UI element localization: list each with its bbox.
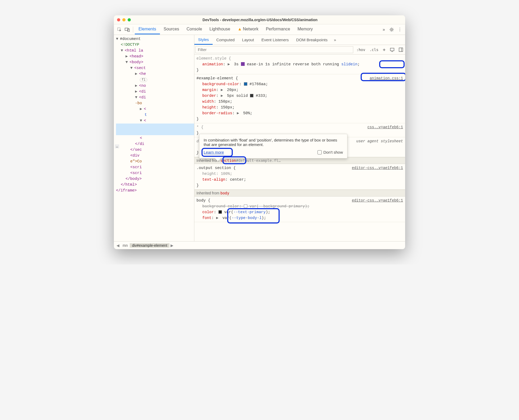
breadcrumb-item[interactable]: mn (120, 243, 130, 248)
breadcrumb-selected[interactable]: div#example-element (130, 243, 169, 248)
main-toolbar: Elements Sources Console Lighthouse ▲Net… (114, 24, 405, 35)
styles-body: element.style { animation: ▶ 3s ease-in … (194, 54, 405, 241)
dom-child1[interactable]: < (144, 107, 146, 111)
source-link-editor-css-2[interactable]: editor-css.…v=ae1feb6:1 (352, 198, 403, 203)
rule-element-style[interactable]: element.style { animation: ▶ 3s ease-in … (194, 54, 405, 74)
color-swatch-icon[interactable] (250, 94, 253, 97)
dom-div2[interactable]: <di (139, 95, 146, 99)
source-link-editor-css[interactable]: editor-css.…v=ae1feb6:1 (352, 165, 403, 171)
svg-point-3 (391, 29, 392, 30)
panel-toggle-icon[interactable] (397, 48, 405, 52)
device-icon[interactable] (123, 26, 131, 34)
subtab-event-listeners[interactable]: Event Listeners (258, 35, 292, 44)
animation-name-link[interactable]: slidein (341, 62, 357, 66)
dom-tree-panel: ▼#document <!DOCTYP ▼<html la ▶<head> ▼<… (114, 35, 194, 241)
rule-body[interactable]: editor-css.…v=ae1feb6:1 body { backgroun… (194, 197, 405, 222)
dom-selected-row[interactable] (116, 124, 194, 135)
main-tabs: Elements Sources Console Lighthouse ▲Net… (135, 25, 316, 34)
css-property-tooltip: In combination with 'float' and 'positio… (199, 134, 347, 158)
traffic-lights (117, 18, 131, 21)
breadcrumb-right-icon[interactable]: ▶ (169, 243, 175, 248)
color-swatch-icon[interactable] (244, 204, 247, 208)
inherited-tag-section[interactable]: section (220, 158, 236, 163)
dom-header[interactable]: <he (139, 72, 146, 76)
styles-subtabs: Styles Computed Layout Event Listeners D… (194, 35, 405, 45)
css-var-text-primary[interactable]: --text-primary (233, 210, 266, 214)
settings-icon[interactable] (387, 27, 396, 32)
subtab-dom-breakpoints[interactable]: DOM Breakpoints (293, 35, 331, 44)
inherited-from-body: Inherited from body (194, 190, 405, 197)
dom-badge[interactable]: fl (140, 78, 147, 82)
expand-icon[interactable]: ▶ (221, 93, 224, 99)
color-swatch-icon[interactable] (244, 82, 247, 86)
dom-script2[interactable]: <scri (130, 171, 142, 175)
source-link-css[interactable]: css.…v=ae1feb6:1 (368, 124, 403, 130)
dom-section[interactable]: <sect (134, 66, 146, 70)
dom-breadcrumb: ◀ mn div#example-element ▶ (114, 241, 405, 249)
dom-attr-bo[interactable]: -bo (135, 101, 142, 105)
dom-html[interactable]: <html la (125, 48, 143, 53)
styles-panel: Styles Computed Layout Event Listeners D… (194, 35, 405, 241)
tab-memory[interactable]: Memory (294, 25, 317, 34)
color-swatch-icon[interactable] (218, 210, 222, 214)
subtab-more-icon[interactable]: » (331, 38, 339, 42)
dom-div1[interactable]: <di (139, 89, 146, 94)
dom-ellipsis[interactable]: … (115, 144, 119, 148)
filter-bar: :hov .cls + (194, 45, 405, 54)
learn-more-link[interactable]: Learn more (204, 150, 224, 154)
cls-button[interactable]: .cls (367, 48, 381, 52)
elstyle-selector: element.style { (196, 56, 403, 61)
easing-icon[interactable] (241, 62, 245, 66)
subtab-computed[interactable]: Computed (213, 35, 238, 44)
dom-attr-eco[interactable]: e">Co (130, 159, 142, 163)
tab-sources[interactable]: Sources (160, 25, 183, 34)
tab-lighthouse[interactable]: Lighthouse (206, 25, 234, 34)
dom-div-open[interactable]: <div (130, 153, 140, 158)
dom-body[interactable]: <body> (129, 60, 143, 64)
dom-close1[interactable]: < (140, 136, 142, 140)
close-icon[interactable] (117, 18, 120, 21)
source-link-animation-css[interactable]: animation.css:1 (370, 75, 403, 81)
dom-script1[interactable]: <scri (130, 165, 142, 169)
dom-document[interactable]: #document (120, 37, 141, 41)
dom-head[interactable]: <head> (129, 54, 143, 58)
dont-show-checkbox[interactable]: Don't show (317, 150, 343, 154)
tab-network[interactable]: ▲Network (234, 25, 262, 34)
expand-icon[interactable]: ▶ (216, 215, 219, 221)
dom-child2[interactable]: < (144, 118, 146, 123)
expand-icon[interactable]: ▶ (237, 110, 240, 116)
dom-body-close[interactable]: </body> (126, 177, 142, 181)
more-tabs-icon[interactable]: » (381, 27, 387, 32)
subtab-styles[interactable]: Styles (194, 35, 213, 45)
css-var-type-body-l[interactable]: --type-body-l (232, 216, 262, 220)
expand-icon[interactable]: ▶ (228, 61, 231, 67)
rule-example-element[interactable]: animation.css:1 #example-element { backg… (194, 74, 405, 123)
device-mode-icon[interactable] (388, 48, 397, 52)
breadcrumb-left-icon[interactable]: ◀ (115, 243, 120, 248)
dom-close-sec[interactable]: </sec (130, 148, 142, 152)
filter-input[interactable] (195, 46, 353, 53)
new-rule-icon[interactable]: + (381, 47, 388, 52)
inspect-icon[interactable] (115, 26, 123, 34)
kebab-icon[interactable]: ⋮ (396, 27, 404, 32)
dom-text-t[interactable]: t (145, 113, 147, 117)
prop-animation[interactable]: animation (202, 62, 223, 66)
dom-noscript[interactable]: <no (139, 84, 146, 88)
dom-iframe-close[interactable]: </iframe> (116, 188, 137, 193)
dom-doctype[interactable]: <!DOCTYP (121, 43, 139, 47)
maximize-icon[interactable] (128, 18, 131, 21)
svg-rect-2 (128, 29, 129, 31)
tab-elements[interactable]: Elements (135, 25, 160, 34)
tab-console[interactable]: Console (183, 25, 206, 34)
tab-performance[interactable]: Performance (262, 25, 294, 34)
minimize-icon[interactable] (122, 18, 126, 21)
expand-icon[interactable]: ▶ (221, 87, 224, 93)
inherited-tag-body[interactable]: body (220, 191, 229, 195)
rule-output-section[interactable]: editor-css.…v=ae1feb6:1 .output section … (194, 164, 405, 190)
dom-html-close[interactable]: </html> (121, 182, 137, 187)
subtab-layout[interactable]: Layout (238, 35, 258, 44)
titlebar: DevTools - developer.mozilla.org/en-US/d… (114, 15, 405, 24)
hov-button[interactable]: :hov (354, 48, 368, 52)
svg-rect-4 (390, 48, 394, 51)
dom-close-div[interactable]: </di (135, 142, 144, 146)
